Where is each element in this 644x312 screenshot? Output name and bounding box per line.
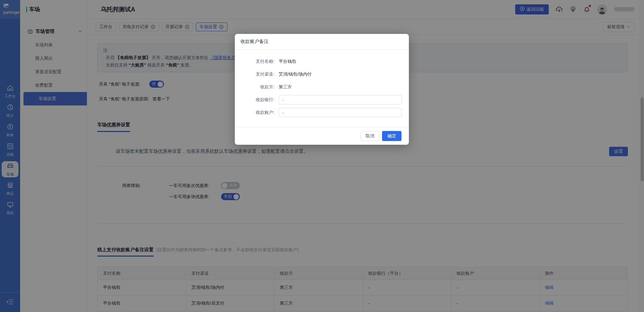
dialog-field-payee: 收款方: 第三方: [235, 82, 409, 92]
receiving-bank-input[interactable]: [279, 95, 402, 104]
cancel-button[interactable]: 取消: [361, 131, 379, 141]
dialog-title: 收款账户备注: [235, 34, 409, 50]
dialog-footer: 取消 确定: [235, 127, 409, 145]
dialog-field-payment-name: 支付名称: 平台钱包: [235, 57, 409, 66]
dialog-field-receiving-bank: 收款银行:: [235, 95, 409, 104]
receiving-account-input[interactable]: [279, 108, 402, 117]
dialog-field-receiving-account: 收款账户:: [235, 108, 409, 117]
confirm-button[interactable]: 确定: [382, 131, 401, 141]
payee-remark-dialog: 收款账户备注 支付名称: 平台钱包 支付渠道: 艾润/钱包/场内付 收款方: 第…: [235, 34, 409, 145]
dialog-field-payment-channel: 支付渠道: 艾润/钱包/场内付: [235, 70, 409, 79]
